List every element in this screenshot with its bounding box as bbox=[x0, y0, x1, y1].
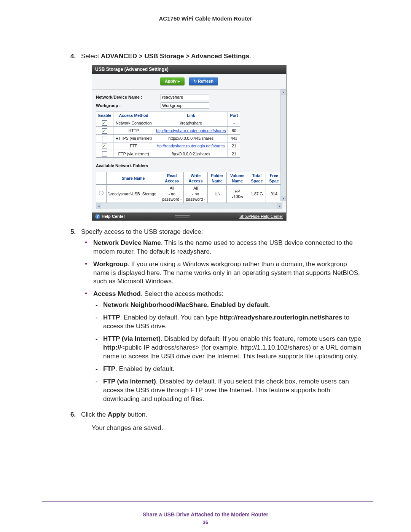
dash-nn: Network Neighborhood/MacShare. Enabled b… bbox=[94, 301, 362, 310]
step-list: 4. Select ADVANCED > USB Storage > Advan… bbox=[70, 52, 362, 433]
cell-method: FTP (via internet) bbox=[113, 150, 154, 158]
d3-bold: HTTP (via Internet) bbox=[103, 335, 161, 342]
d1-bold: Network Neighborhood/MacShare. Enabled b… bbox=[103, 301, 270, 308]
d3-t1: . Disabled by default. If you enable thi… bbox=[161, 335, 361, 342]
cell-port: 80 bbox=[228, 127, 240, 134]
toolbar: Apply ▸ ↻ Refresh bbox=[92, 74, 286, 89]
show-hide-help-link[interactable]: Show/Hide Help Center bbox=[239, 214, 283, 219]
d3-url: http:// bbox=[103, 344, 121, 351]
enable-checkbox[interactable] bbox=[96, 150, 113, 158]
cell-method: FTP bbox=[113, 142, 154, 150]
bullet-list: Network Device Name. This is the name us… bbox=[83, 239, 362, 404]
table-row: FTP (via internet)ftp://0.0.0.0:21/share… bbox=[96, 150, 240, 158]
enable-checkbox[interactable] bbox=[96, 119, 113, 127]
cell-link: https://0.0.0.0:443/shares bbox=[154, 134, 228, 142]
step-number: 5. bbox=[70, 228, 76, 236]
step-6: 6. Click the Apply button. Your changes … bbox=[70, 411, 362, 433]
d2-bold: HTTP bbox=[103, 314, 120, 321]
step-4: 4. Select ADVANCED > USB Storage > Advan… bbox=[70, 52, 362, 221]
step6-t1: Click the bbox=[81, 411, 108, 418]
table-header-row: Share Name Read Access Write Access Fold… bbox=[96, 172, 282, 185]
drag-handle-icon[interactable] bbox=[175, 215, 190, 217]
horizontal-scrollbar[interactable]: ◂ ▸ bbox=[96, 203, 282, 209]
enable-checkbox[interactable] bbox=[96, 134, 113, 142]
refresh-button[interactable]: ↻ Refresh bbox=[189, 77, 218, 85]
step6-t2: button. bbox=[126, 411, 147, 418]
cell-port: 21 bbox=[228, 150, 240, 158]
step4-prefix: Select bbox=[81, 53, 101, 60]
am-bold: Access Method bbox=[93, 290, 141, 297]
cell-method: Network Connection bbox=[113, 119, 154, 127]
device-name-input[interactable] bbox=[161, 94, 209, 100]
th-folder: Folder Name bbox=[207, 172, 227, 185]
d2-url: http://readyshare.routerlogin.net/shares bbox=[220, 314, 342, 321]
workgroup-row: Workgroup : bbox=[96, 102, 282, 109]
dash-ftp-internet: FTP (via Internet). Disabled by default.… bbox=[94, 377, 362, 404]
th-port: Port bbox=[228, 112, 240, 119]
footer-page-number: 36 bbox=[0, 519, 411, 525]
step-5: 5. Specify access to the USB storage dev… bbox=[70, 228, 362, 404]
th-enable: Enable bbox=[96, 112, 113, 119]
wg-text: . If you are using a Windows workgroup r… bbox=[93, 260, 360, 285]
scroll-left-icon[interactable]: ◂ bbox=[96, 203, 101, 209]
scroll-down-icon[interactable]: ▾ bbox=[281, 196, 286, 201]
page-header: AC1750 WiFi Cable Modem Router bbox=[49, 15, 362, 22]
am-text: . Select the access methods: bbox=[141, 290, 223, 297]
cell-volume: HP v100w bbox=[227, 185, 248, 203]
cell-port: 21 bbox=[228, 142, 240, 150]
cell-free: 914 bbox=[266, 185, 282, 203]
step5-intro: Specify access to the USB storage device… bbox=[81, 228, 203, 235]
table-row: HTTPhttp://readyshare.routerlogin.net/sh… bbox=[96, 127, 240, 134]
enable-checkbox[interactable] bbox=[96, 127, 113, 134]
cell-method: HTTPS (via internet) bbox=[113, 134, 154, 142]
d4-bold: FTP bbox=[103, 365, 115, 372]
step-number: 6. bbox=[70, 411, 76, 419]
cell-link[interactable]: http://readyshare.routerlogin.net/shares bbox=[154, 127, 228, 134]
cell-link: ftp://0.0.0.0:21/shares bbox=[154, 150, 228, 158]
step4-suffix: . bbox=[249, 53, 251, 60]
device-name-label: Network/Device Name : bbox=[96, 94, 161, 100]
cell-read: All - no password - bbox=[160, 185, 184, 203]
enable-checkbox[interactable] bbox=[96, 142, 113, 150]
th-volume: Volume Name bbox=[227, 172, 248, 185]
available-folders-table: Share Name Read Access Write Access Fold… bbox=[96, 172, 282, 203]
vertical-scrollbar[interactable]: ▴ ▾ bbox=[280, 89, 286, 201]
help-center-label: ?Help Center bbox=[95, 214, 125, 219]
th-free: Free Spac bbox=[266, 172, 282, 185]
folder-radio[interactable] bbox=[96, 185, 107, 203]
cell-port: - bbox=[228, 119, 240, 127]
step-number: 4. bbox=[70, 52, 76, 61]
th-write: Write Access bbox=[184, 172, 207, 185]
help-center-text: Help Center bbox=[102, 214, 125, 219]
table-row: \\readyshare\USB_Storage All - no passwo… bbox=[96, 185, 282, 203]
th-link: Link bbox=[154, 112, 228, 119]
cell-write: All - no password - bbox=[184, 185, 207, 203]
th-method: Access Method bbox=[113, 112, 154, 119]
bullet-ndn: Network Device Name. This is the name us… bbox=[83, 239, 362, 256]
cell-folder: U:\ bbox=[207, 185, 227, 203]
workgroup-label: Workgroup : bbox=[96, 103, 161, 109]
access-methods-table: Enable Access Method Link Port Network C… bbox=[96, 112, 240, 158]
scroll-right-icon[interactable]: ▸ bbox=[277, 203, 282, 209]
wg-bold: Workgroup bbox=[93, 260, 127, 268]
dash-http-internet: HTTP (via Internet). Disabled by default… bbox=[94, 335, 362, 361]
bullet-workgroup: Workgroup. If you are using a Windows wo… bbox=[83, 260, 362, 286]
dash-ftp: FTP. Enabled by default. bbox=[94, 365, 362, 374]
footer-text: Share a USB Drive Attached to the Modem … bbox=[0, 511, 411, 518]
d5-bold: FTP (via Internet) bbox=[103, 378, 156, 385]
d2-t1: . Enabled by default. You can type bbox=[120, 314, 220, 321]
page: AC1750 WiFi Cable Modem Router 4. Select… bbox=[0, 0, 411, 532]
scroll-up-icon[interactable]: ▴ bbox=[281, 89, 286, 95]
apply-button[interactable]: Apply ▸ bbox=[160, 77, 185, 85]
panel-titlebar: USB Storage (Advanced Settings) bbox=[92, 65, 286, 74]
cell-link[interactable]: ftp://readyshare.routerlogin.net/shares bbox=[154, 142, 228, 150]
th-read: Read Access bbox=[160, 172, 184, 185]
table-header-row: Enable Access Method Link Port bbox=[96, 112, 240, 119]
th-share: Share Name bbox=[107, 172, 160, 185]
workgroup-input[interactable] bbox=[161, 102, 209, 109]
cell-port: 443 bbox=[228, 134, 240, 142]
table-row: HTTPS (via internet)https://0.0.0.0:443/… bbox=[96, 134, 240, 142]
dash-list: Network Neighborhood/MacShare. Enabled b… bbox=[94, 301, 362, 403]
d4-text: . Enabled by default. bbox=[115, 365, 174, 372]
footer-rule bbox=[42, 501, 373, 502]
